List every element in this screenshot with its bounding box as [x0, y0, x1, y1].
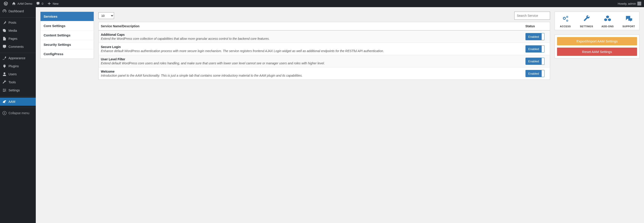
reset-settings-button[interactable]: Reset AAM Settings [557, 48, 637, 56]
sidebar-label: Media [8, 29, 17, 32]
service-toggle[interactable]: Enabled [526, 70, 545, 77]
settings-nav-security[interactable]: Security Settings [40, 40, 94, 49]
avatar [637, 1, 641, 5]
tab-support[interactable]: SUPPORT [618, 12, 640, 30]
settings-nav-configpress[interactable]: ConfigPress [40, 49, 94, 58]
site-name-link[interactable]: AAM Demo [10, 0, 34, 7]
sidebar-item-media[interactable]: Media [0, 26, 36, 35]
sidebar-item-tools[interactable]: Tools [0, 78, 36, 86]
plug-icon [2, 64, 7, 68]
toggle-label: Enabled [526, 46, 542, 52]
sidebar-label: Settings [8, 88, 20, 92]
service-cell: User Level FilterExtend default WordPres… [98, 55, 523, 67]
aam-icon [2, 99, 7, 104]
export-import-button[interactable]: Export/Import AAM Settings [557, 37, 637, 45]
collapse-icon [2, 111, 7, 115]
toggle-knob [542, 58, 544, 65]
sidebar-item-users[interactable]: Users [0, 70, 36, 78]
wp-logo[interactable] [2, 0, 10, 7]
service-name: User Level Filter [101, 57, 521, 61]
settings-nav-core[interactable]: Core Settings [40, 21, 94, 31]
tab-addons[interactable]: ADD-ONS [597, 12, 618, 30]
page-size-select[interactable]: 10 [98, 12, 114, 19]
col-service-name[interactable]: Service Name/Description [98, 22, 523, 31]
toggle-label: Enabled [526, 70, 542, 77]
sidebar-item-settings[interactable]: Settings [0, 86, 36, 94]
sidebar-label: Pages [8, 37, 18, 40]
service-toggle[interactable]: Enabled [526, 58, 545, 65]
table-row: Secure LoginEnhance default WordPress au… [98, 43, 550, 55]
services-table: Service Name/Description Status Addition… [98, 22, 550, 80]
service-cell: WelcomeIntroduction panel to the AAM fun… [98, 67, 523, 80]
media-icon [2, 28, 7, 33]
home-icon [12, 1, 16, 6]
table-row: User Level FilterExtend default WordPres… [98, 55, 550, 67]
service-description: Extend the WordPress core collection of … [101, 37, 521, 40]
cogs-icon [561, 20, 570, 23]
my-account[interactable]: Howdy, admin [618, 1, 642, 5]
sidebar-item-comments[interactable]: Comments [0, 43, 36, 51]
service-description: Introduction panel to the AAM functional… [101, 74, 521, 77]
collapse-label: Collapse menu [8, 111, 29, 115]
toggle-knob [542, 46, 544, 52]
status-cell: Enabled [523, 30, 550, 43]
sidebar-item-appearance[interactable]: Appearance [0, 54, 36, 62]
cubes-icon [603, 20, 612, 23]
plus-icon [47, 1, 52, 6]
settings-nav-content[interactable]: Content Settings [40, 31, 94, 40]
sidebar-label: Plugins [8, 64, 19, 68]
new-content-link[interactable]: New [45, 0, 60, 7]
dashboard-icon [2, 9, 7, 13]
sidebar-item-dashboard[interactable]: Dashboard [0, 7, 36, 15]
comments-link[interactable]: 0 [34, 0, 45, 7]
table-row: WelcomeIntroduction panel to the AAM fun… [98, 67, 550, 80]
service-toggle[interactable]: Enabled [526, 45, 545, 52]
admin-toolbar: AAM Demo 0 New Howdy, admin [0, 0, 644, 7]
comment-icon [2, 44, 7, 49]
sidebar-label: Dashboard [8, 9, 24, 13]
wordpress-icon [4, 1, 8, 6]
service-description: Extend default WordPress core users and … [101, 61, 521, 65]
toggle-label: Enabled [526, 58, 542, 65]
action-buttons-panel: Export/Import AAM Settings Reset AAM Set… [554, 35, 640, 58]
sliders-icon [2, 88, 7, 92]
aam-tabs: ACCESS SETTINGS ADD-ONS SUPPORT [554, 12, 640, 30]
settings-nav-services[interactable]: Services [40, 12, 94, 21]
comment-icon [36, 1, 40, 6]
service-description: Enhance default WordPress authentication… [101, 49, 521, 53]
sidebar-item-plugins[interactable]: Plugins [0, 62, 36, 70]
main-content: Services Core Settings Content Settings … [36, 7, 644, 223]
toggle-knob [542, 70, 544, 77]
collapse-menu[interactable]: Collapse menu [0, 109, 36, 117]
col-status[interactable]: Status [523, 22, 550, 31]
tab-access[interactable]: ACCESS [555, 12, 576, 30]
search-service-input[interactable] [514, 12, 550, 20]
sidebar-label: Posts [8, 21, 16, 24]
new-label: New [53, 2, 58, 5]
admin-sidebar: Dashboard Posts Media Pages Comments App… [0, 7, 36, 223]
tab-settings[interactable]: SETTINGS [576, 12, 597, 30]
sidebar-label: Comments [8, 45, 24, 48]
settings-nav: Services Core Settings Content Settings … [40, 12, 94, 59]
wrench-icon [2, 80, 7, 84]
wrench-icon [582, 20, 591, 23]
tab-label: SETTINGS [577, 25, 596, 28]
sidebar-item-pages[interactable]: Pages [0, 35, 36, 43]
tab-label: ACCESS [556, 25, 575, 28]
sidebar-item-aam[interactable]: AAM [0, 98, 36, 106]
status-cell: Enabled [523, 55, 550, 67]
service-toggle[interactable]: Enabled [526, 33, 545, 40]
site-name: AAM Demo [18, 2, 32, 5]
sidebar-label: Users [8, 72, 17, 76]
status-cell: Enabled [523, 67, 550, 80]
service-name: Secure Login [101, 45, 521, 49]
sidebar-label: Appearance [8, 56, 26, 60]
toggle-label: Enabled [526, 33, 542, 40]
tab-label: ADD-ONS [598, 25, 617, 28]
sidebar-item-posts[interactable]: Posts [0, 18, 36, 26]
pin-icon [2, 20, 7, 25]
howdy-text: Howdy, admin [618, 2, 636, 5]
toggle-knob [542, 33, 544, 40]
sidebar-label: Tools [8, 80, 16, 84]
service-name: Welcome [101, 70, 521, 73]
